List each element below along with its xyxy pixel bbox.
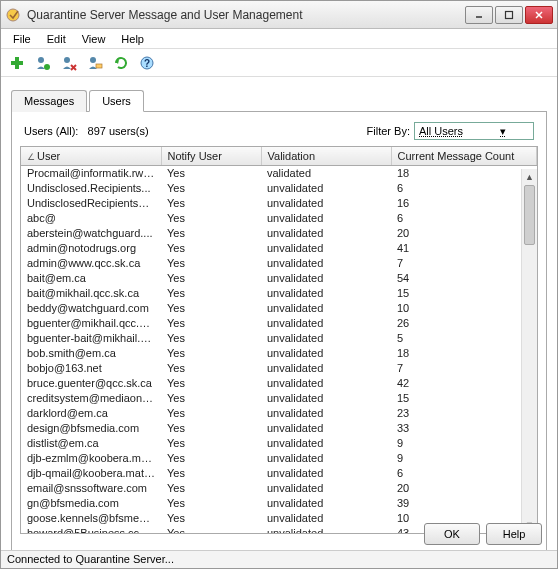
cell-notify: Yes [161, 481, 261, 496]
cell-validation: unvalidated [261, 211, 391, 226]
svg-rect-2 [506, 11, 513, 18]
cell-user: beddy@watchguard.com [21, 301, 161, 316]
svg-point-7 [38, 57, 44, 63]
table-row[interactable]: aberstein@watchguard....Yesunvalidated20 [21, 226, 537, 241]
cell-count: 18 [391, 346, 537, 361]
table-header-row: ∠User Notify User Validation Current Mes… [21, 147, 537, 166]
footer-buttons: OK Help [424, 523, 542, 545]
cell-validation: unvalidated [261, 301, 391, 316]
cell-user: admin@notodrugs.org [21, 241, 161, 256]
chevron-down-icon: ▾ [475, 125, 531, 138]
table-row[interactable]: admin@notodrugs.orgYesunvalidated41 [21, 241, 537, 256]
cell-user: gn@bfsmedia.com [21, 496, 161, 511]
help-icon[interactable]: ? [137, 53, 157, 73]
filter-dropdown[interactable]: All Users ▾ [414, 122, 534, 140]
tab-users[interactable]: Users [89, 90, 144, 112]
table-row[interactable]: Undisclosed.Recipients...Yesunvalidated6 [21, 181, 537, 196]
table-row[interactable]: gn@bfsmedia.comYesunvalidated39 [21, 496, 537, 511]
cell-validation: unvalidated [261, 406, 391, 421]
table-row[interactable]: email@snssoftware.comYesunvalidated20 [21, 481, 537, 496]
scroll-up-icon[interactable]: ▲ [522, 169, 537, 185]
vertical-scrollbar[interactable]: ▲ ▼ [521, 169, 537, 533]
cell-user: bobjo@163.net [21, 361, 161, 376]
cell-notify: Yes [161, 346, 261, 361]
cell-count: 9 [391, 436, 537, 451]
cell-validation: unvalidated [261, 331, 391, 346]
cell-validation: unvalidated [261, 256, 391, 271]
app-icon [5, 7, 21, 23]
col-validation[interactable]: Validation [261, 147, 391, 166]
table-row[interactable]: bguenter@mikhail.qcc.sk...Yesunvalidated… [21, 316, 537, 331]
help-button[interactable]: Help [486, 523, 542, 545]
cell-notify: Yes [161, 181, 261, 196]
table-row[interactable]: bait@mikhail.qcc.sk.caYesunvalidated15 [21, 286, 537, 301]
cell-notify: Yes [161, 301, 261, 316]
cell-user: bguenter@mikhail.qcc.sk... [21, 316, 161, 331]
user-remove-icon[interactable] [59, 53, 79, 73]
summary-count: 897 users(s) [88, 125, 149, 137]
table-row[interactable]: creditsystem@mediaone...Yesunvalidated15 [21, 391, 537, 406]
table-row[interactable]: bguenter-bait@mikhail.qc...Yesunvalidate… [21, 331, 537, 346]
maximize-button[interactable] [495, 6, 523, 24]
cell-count: 15 [391, 391, 537, 406]
table-row[interactable]: darklord@em.caYesunvalidated23 [21, 406, 537, 421]
table-body: Procmail@informatik.rwt...Yesvalidated18… [21, 166, 537, 535]
menu-help[interactable]: Help [113, 31, 152, 47]
cell-user: djb-qmail@koobera.math... [21, 466, 161, 481]
menu-file[interactable]: File [5, 31, 39, 47]
cell-count: 39 [391, 496, 537, 511]
table-row[interactable]: bait@em.caYesunvalidated54 [21, 271, 537, 286]
menu-bar: File Edit View Help [1, 29, 557, 49]
cell-count: 41 [391, 241, 537, 256]
svg-point-8 [44, 64, 50, 70]
cell-user: bob.smith@em.ca [21, 346, 161, 361]
cell-validation: unvalidated [261, 496, 391, 511]
table-row[interactable]: UndisclosedRecipients@...Yesunvalidated1… [21, 196, 537, 211]
cell-count: 6 [391, 181, 537, 196]
cell-count: 23 [391, 406, 537, 421]
content-area: Messages Users Users (All): 897 users(s)… [1, 77, 557, 556]
ok-button[interactable]: OK [424, 523, 480, 545]
col-count[interactable]: Current Message Count [391, 147, 537, 166]
col-notify[interactable]: Notify User [161, 147, 261, 166]
menu-edit[interactable]: Edit [39, 31, 74, 47]
cell-user: admin@www.qcc.sk.ca [21, 256, 161, 271]
col-user[interactable]: ∠User [21, 147, 161, 166]
table-row[interactable]: distlist@em.caYesunvalidated9 [21, 436, 537, 451]
table-row[interactable]: bobjo@163.netYesunvalidated7 [21, 361, 537, 376]
table-row[interactable]: bob.smith@em.caYesunvalidated18 [21, 346, 537, 361]
cell-notify: Yes [161, 406, 261, 421]
table-row[interactable]: bruce.guenter@qcc.sk.caYesunvalidated42 [21, 376, 537, 391]
cell-count: 20 [391, 481, 537, 496]
table-row[interactable]: djb-ezmlm@koobera.mat...Yesunvalidated9 [21, 451, 537, 466]
filter-value: All Users [419, 125, 475, 137]
table-row[interactable]: djb-qmail@koobera.math...Yesunvalidated6 [21, 466, 537, 481]
cell-count: 54 [391, 271, 537, 286]
cell-user: darklord@em.ca [21, 406, 161, 421]
table-row[interactable]: abc@Yesunvalidated6 [21, 211, 537, 226]
menu-view[interactable]: View [74, 31, 114, 47]
svg-point-12 [90, 57, 96, 63]
table-row[interactable]: Procmail@informatik.rwt...Yesvalidated18 [21, 166, 537, 181]
cell-notify: Yes [161, 286, 261, 301]
cell-notify: Yes [161, 316, 261, 331]
cell-count: 15 [391, 286, 537, 301]
user-notify-icon[interactable] [85, 53, 105, 73]
cell-user: bait@em.ca [21, 271, 161, 286]
table-row[interactable]: admin@www.qcc.sk.caYesunvalidated7 [21, 256, 537, 271]
scroll-thumb[interactable] [524, 185, 535, 245]
cell-count: 5 [391, 331, 537, 346]
cell-user: howard@5Business.cc [21, 526, 161, 535]
close-button[interactable] [525, 6, 553, 24]
tab-messages[interactable]: Messages [11, 90, 87, 112]
cell-notify: Yes [161, 511, 261, 526]
add-icon[interactable] [7, 53, 27, 73]
cell-validation: unvalidated [261, 271, 391, 286]
table-row[interactable]: design@bfsmedia.comYesunvalidated33 [21, 421, 537, 436]
cell-count: 10 [391, 301, 537, 316]
minimize-button[interactable] [465, 6, 493, 24]
refresh-icon[interactable] [111, 53, 131, 73]
table-row[interactable]: beddy@watchguard.comYesunvalidated10 [21, 301, 537, 316]
cell-notify: Yes [161, 496, 261, 511]
user-validate-icon[interactable] [33, 53, 53, 73]
